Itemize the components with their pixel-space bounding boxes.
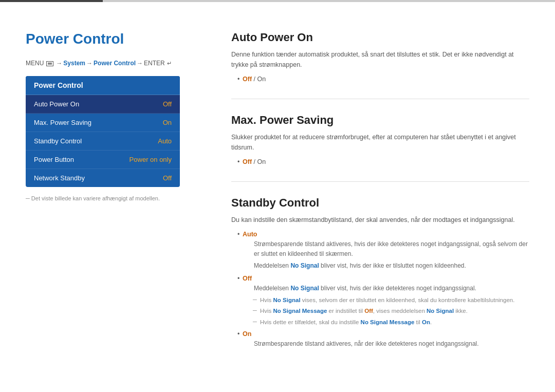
arrow-3: → (137, 60, 143, 67)
menu-item-max-power-saving[interactable]: Max. Power Saving On (26, 114, 180, 132)
no-signal-2: No Signal (290, 285, 319, 292)
auto-power-on-bullet-1: Off / On (237, 74, 529, 84)
page-title: Power Control (26, 31, 200, 47)
auto-power-on-value: Off (163, 100, 172, 108)
power-button-label: Power Button (34, 156, 74, 163)
section-max-power-saving: Max. Power Saving Slukker produktet for … (231, 114, 529, 167)
divider-1 (231, 99, 529, 99)
max-ps-on: On (257, 158, 266, 165)
standby-on-label: On (243, 330, 251, 338)
section-auto-power-on: Auto Power On Denne funktion tænder auto… (231, 31, 529, 84)
auto-power-on-title: Auto Power On (231, 31, 529, 44)
menu-box-header: Power Control (26, 76, 180, 95)
network-standby-label: Network Standby (34, 174, 85, 182)
max-power-saving-bullet-1: Off / On (237, 157, 529, 167)
standby-auto-label: Auto (243, 231, 257, 238)
left-column: Power Control MENU → System → Power Cont… (26, 31, 200, 363)
arrow-2: → (86, 60, 92, 67)
max-ps-off: Off (243, 158, 252, 165)
power-control-link: Power Control (94, 60, 136, 67)
arrow-1: → (56, 60, 62, 67)
footnote: Det viste billede kan variere afhængigt … (26, 195, 200, 201)
standby-off-sub-2: Hvis No Signal Message er indstillet til… (253, 306, 529, 315)
no-signal-msg-ref-2: No Signal Message (361, 319, 415, 325)
standby-auto-detail-2: Meddelelsen No Signal bliver vist, hvis … (254, 261, 529, 271)
network-standby-value: Off (163, 174, 172, 182)
standby-off-subitems: Hvis No Signal vises, selvom der er tils… (243, 295, 529, 327)
power-control-menu: Power Control Auto Power On Off Max. Pow… (26, 76, 180, 187)
auto-power-on-bullets: Off / On (231, 74, 529, 84)
standby-auto-detail-1: Strømbesparende tilstand aktiveres, hvis… (254, 239, 529, 259)
standby-on-detail-1: Strømbesparende tilstand aktiveres, når … (254, 339, 529, 349)
standby-off-sub-1: Hvis No Signal vises, selvom der er tils… (253, 295, 529, 305)
right-column: Auto Power On Denne funktion tænder auto… (231, 31, 529, 363)
section-standby-control: Standby Control Du kan indstille den skæ… (231, 196, 529, 349)
menu-path: MENU → System → Power Control → ENTER ↵ (26, 60, 200, 67)
auto-power-on-label: Auto Power On (34, 100, 79, 108)
menu-item-network-standby[interactable]: Network Standby Off (26, 169, 180, 187)
max-power-saving-value: On (163, 119, 172, 126)
on-ref: On (422, 319, 430, 325)
max-power-saving-title: Max. Power Saving (231, 114, 529, 127)
off-ref: Off (364, 308, 373, 314)
standby-control-bullets: Auto Strømbesparende tilstand aktiveres,… (231, 229, 529, 349)
standby-auto-item: Auto Strømbesparende tilstand aktiveres,… (237, 229, 529, 271)
menu-icon (46, 61, 53, 66)
standby-control-title: Standby Control (231, 196, 529, 210)
standby-control-value: Auto (158, 137, 172, 145)
no-signal-msg-ref: No Signal Message (273, 308, 327, 314)
divider-2 (231, 181, 529, 182)
menu-label: MENU (26, 60, 44, 67)
top-bar-accent (0, 0, 103, 2)
standby-off-label: Off (243, 275, 252, 282)
no-signal-ref-1: No Signal (273, 297, 301, 303)
enter-icon: ↵ (167, 60, 172, 67)
standby-on-item: On Strømbesparende tilstand aktiveres, n… (237, 329, 529, 349)
auto-power-on-off: Off (243, 76, 252, 83)
power-button-value: Power on only (130, 156, 172, 163)
no-signal-1: No Signal (290, 262, 319, 269)
standby-off-detail-1: Meddelelsen No Signal bliver vist, hvis … (254, 284, 529, 293)
enter-label: ENTER (144, 60, 165, 67)
menu-item-auto-power-on[interactable]: Auto Power On Off (26, 95, 180, 114)
standby-off-sub-3: Hvis dette er tilfældet, skal du indstil… (253, 318, 529, 327)
top-bar (0, 0, 555, 2)
standby-control-desc: Du kan indstille den skærmstandbytilstan… (231, 215, 529, 225)
auto-power-on-on: On (257, 76, 266, 83)
menu-item-power-button[interactable]: Power Button Power on only (26, 151, 180, 169)
auto-power-on-desc: Denne funktion tænder automatisk produkt… (231, 49, 529, 70)
standby-off-item: Off Meddelelsen No Signal bliver vist, h… (237, 273, 529, 327)
max-power-saving-desc: Slukker produktet for at reducere strømf… (231, 132, 529, 153)
max-power-saving-bullets: Off / On (231, 157, 529, 167)
max-power-saving-label: Max. Power Saving (34, 119, 91, 126)
system-link: System (63, 60, 85, 67)
no-signal-ref-2: No Signal (427, 308, 454, 314)
standby-control-label: Standby Control (34, 137, 82, 145)
menu-item-standby-control[interactable]: Standby Control Auto (26, 132, 180, 151)
